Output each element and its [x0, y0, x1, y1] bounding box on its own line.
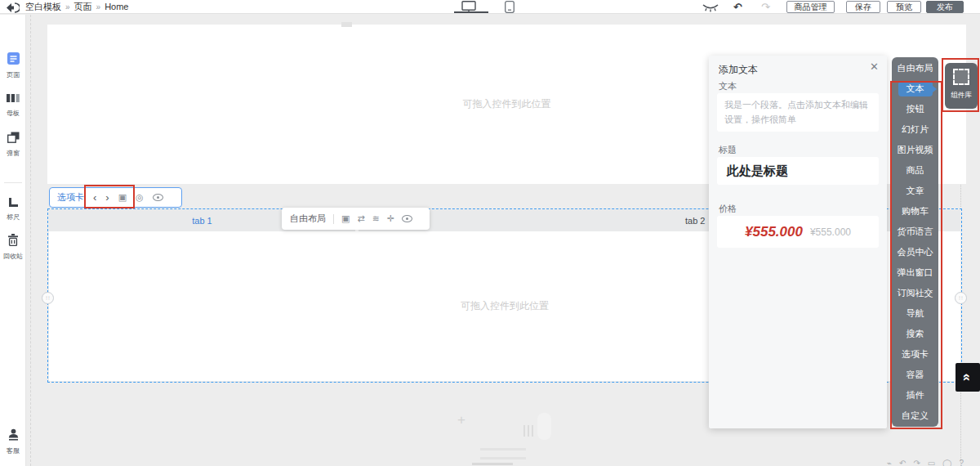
sidebar-item-ruler[interactable]: 标尺	[0, 195, 26, 222]
menu-item-popup-window[interactable]: 弹出窗口	[892, 262, 938, 283]
footer-skeleton-bar	[523, 425, 525, 437]
save-block-icon[interactable]: ▣	[118, 193, 127, 202]
left-sidebar: 页面 母板 弹窗 标尺 回收站 客服	[0, 15, 26, 466]
trash-icon	[7, 234, 19, 246]
tab-widget-toolbar: 选项卡 ‹ › ▣ ◎	[49, 187, 182, 208]
component-library-icon	[953, 69, 969, 85]
top-toolbar: 空白模板»页面»Home ↶ ↷ 商品管理 保存 预览 发布	[0, 0, 980, 14]
sidebar-item-master[interactable]: 母板	[0, 92, 26, 119]
menu-item-custom[interactable]: 自定义	[892, 406, 938, 426]
menu-item-button[interactable]: 按钮	[892, 99, 938, 119]
move-left-icon[interactable]: ‹	[93, 192, 96, 203]
popup-icon	[7, 132, 20, 143]
pan-icon[interactable]: ⌁	[887, 459, 892, 466]
footer-skeleton-shape	[537, 413, 551, 440]
inspect-icon[interactable]: ◎	[136, 193, 144, 202]
footer-add-icon[interactable]: +	[457, 412, 466, 428]
menu-item-search[interactable]: 搜索	[892, 324, 938, 344]
save-block-icon[interactable]: ▣	[341, 214, 350, 223]
sidebar-item-popup[interactable]: 弹窗	[0, 132, 26, 159]
breadcrumb-page[interactable]: 页面	[74, 2, 92, 11]
component-menu-header: 自由布局	[892, 57, 938, 78]
text-field[interactable]: 我是一个段落。点击添加文本和编辑设置，操作很简单	[717, 93, 879, 132]
redo-icon[interactable]: ↷	[761, 1, 770, 13]
component-menu: 自由布局 文本 按钮 幻灯片 图片视频 商品 文章 购物车 货币语言 会员中心 …	[892, 57, 938, 427]
heading-field[interactable]: 此处是标题	[717, 157, 879, 185]
menu-item-tabs[interactable]: 选项卡	[892, 344, 938, 365]
product-management-button[interactable]: 商品管理	[786, 1, 835, 13]
move-icon[interactable]: ✛	[387, 214, 394, 223]
undo-icon[interactable]: ↶	[899, 459, 906, 466]
menu-item-product[interactable]: 商品	[892, 160, 938, 181]
footer-skeleton-bar	[528, 425, 529, 437]
master-icon	[7, 93, 20, 103]
footer-skeleton-bar	[532, 425, 533, 437]
price-field-label: 价格	[719, 203, 737, 215]
menu-item-image-video[interactable]: 图片视频	[892, 140, 938, 160]
ruler-icon	[9, 198, 18, 207]
pages-icon	[7, 52, 20, 65]
tab-widget-label: 选项卡	[57, 191, 84, 204]
component-library-button[interactable]: 组件库	[945, 63, 978, 109]
drop-placeholder-text: 可拖入控件到此位置	[463, 97, 551, 111]
menu-item-currency-language[interactable]: 货币语言	[892, 222, 938, 242]
layers-icon[interactable]: ≋	[372, 214, 380, 223]
save-button[interactable]: 保存	[846, 1, 880, 13]
menu-item-navigation[interactable]: 导航	[892, 303, 938, 324]
menu-item-article[interactable]: 文章	[892, 181, 938, 201]
support-person-icon	[7, 428, 20, 441]
sidebar-item-recycle-bin[interactable]: 回收站	[0, 234, 26, 262]
mobile-view-icon[interactable]	[505, 1, 514, 16]
zoom-icon[interactable]: ◯	[942, 459, 951, 466]
layout-icon[interactable]: ▭	[928, 459, 935, 466]
price-secondary-value: ¥555.000	[810, 226, 851, 238]
menu-item-cart[interactable]: 购物车	[892, 201, 938, 222]
breadcrumb-template[interactable]: 空白模板	[25, 2, 61, 11]
redo-icon[interactable]: ↷	[913, 459, 920, 466]
menu-item-plugin[interactable]: 插件	[892, 385, 938, 406]
footer-skeleton-line	[472, 463, 513, 465]
page-right-guide-bottom	[960, 392, 961, 466]
breadcrumb-separator: »	[65, 2, 70, 11]
breadcrumb-home[interactable]: Home	[105, 2, 128, 11]
desktop-view-icon[interactable]	[459, 1, 479, 16]
page-left-guide	[30, 15, 31, 466]
menu-item-slideshow[interactable]: 幻灯片	[892, 119, 938, 140]
canvas-top-marker	[341, 22, 352, 27]
active-device-underline	[454, 11, 488, 13]
price-field[interactable]: ¥555.000 ¥555.000	[717, 216, 879, 248]
collapse-panel-button[interactable]: «	[956, 363, 980, 392]
menu-item-member-center[interactable]: 会员中心	[892, 242, 938, 262]
menu-item-text[interactable]: 文本	[892, 78, 938, 99]
resize-handle-right[interactable]: ∷	[955, 292, 967, 304]
footer-skeleton-line	[480, 457, 526, 459]
hide-panels-eye-icon[interactable]	[702, 2, 719, 15]
move-right-icon[interactable]: ›	[105, 192, 109, 203]
resize-handle-left[interactable]: ∷	[42, 292, 54, 304]
back-button[interactable]	[7, 2, 20, 12]
text-field-label: 文本	[719, 80, 737, 92]
sidebar-item-pages[interactable]: 页面	[0, 52, 26, 80]
visibility-eye-icon[interactable]	[402, 215, 412, 222]
visibility-eye-icon[interactable]	[153, 194, 163, 201]
layout-toolbar-label: 自由布局	[290, 213, 326, 225]
back-icon	[7, 2, 20, 13]
price-main-value: ¥555.000	[745, 224, 803, 240]
toolbar-divider	[333, 214, 334, 224]
canvas-zoom-controls[interactable]: ⌁ ↶ ↷ ▭ ◯ ?	[887, 459, 980, 466]
dialog-title: 添加文本	[719, 63, 758, 77]
sidebar-divider	[4, 182, 22, 183]
swap-icon[interactable]: ⇄	[357, 214, 364, 223]
heading-field-label: 标题	[719, 144, 737, 156]
breadcrumb-separator: »	[96, 2, 101, 11]
menu-item-subscribe-social[interactable]: 订阅社交	[892, 283, 938, 303]
double-chevron-up-icon: «	[961, 374, 975, 381]
editor-stage: 可拖入控件到此位置 tab 1 tab 2 可拖入控件到此位置 ∷ ∷ 选项卡 …	[0, 0, 980, 466]
preview-button[interactable]: 预览	[887, 1, 921, 13]
menu-item-container[interactable]: 容器	[892, 365, 938, 385]
close-icon[interactable]: ✕	[870, 60, 879, 73]
help-icon[interactable]: ?	[959, 459, 964, 466]
sidebar-item-support[interactable]: 客服	[0, 428, 26, 456]
publish-button[interactable]: 发布	[926, 1, 964, 13]
undo-icon[interactable]: ↶	[733, 1, 742, 13]
